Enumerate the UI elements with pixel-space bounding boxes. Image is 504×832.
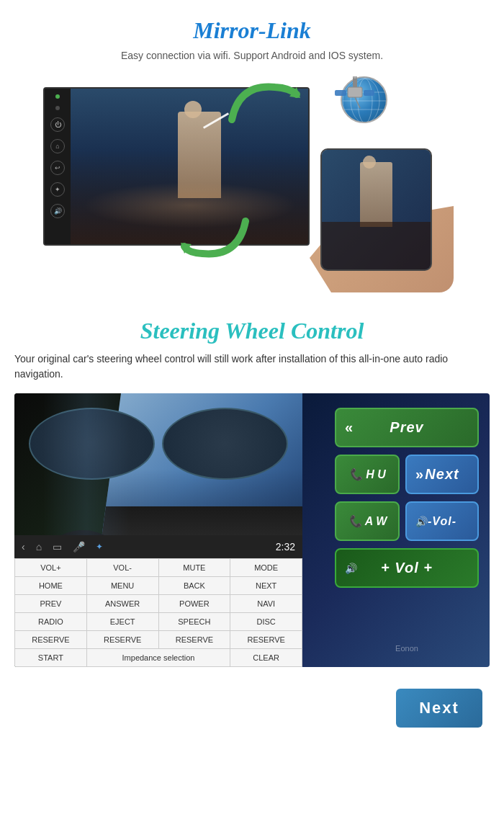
aw-vol-row: 📞 A W 🔊 -Vol- [335,501,479,541]
car-screen-sidebar: ⏻ ⌂ ↩ ✦ 🔊 [45,89,71,244]
table-row: HOME MENU BACK NEXT [15,577,302,595]
vol-minus-button[interactable]: 🔊 -Vol- [405,501,479,541]
table-cell: RESERVE [230,631,302,649]
mirror-link-visual: ⏻ ⌂ ↩ ✦ 🔊 [43,73,461,296]
aw-label: A W [365,515,387,528]
table-cell: DISC [230,613,302,631]
mirror-link-title: Mirror-Link [14,17,490,44]
mirror-link-subtitle: Easy connection via wifi. Support Androi… [14,50,490,61]
table-cell: RADIO [15,613,87,631]
brand-logo: Eonon [335,644,479,653]
steering-subtitle: Your original car's steering wheel contr… [14,352,490,382]
phone-screen [322,150,431,269]
table-row: RADIO EJECT SPEECH DISC [15,613,302,631]
next-button[interactable]: » Next [405,455,479,494]
table-cell: ANSWER [86,595,158,613]
gauge-rpm [162,408,288,480]
vol-minus-label: -Vol- [428,515,456,528]
vol-plus-label: + Vol + [381,560,433,576]
prev-label: Prev [390,419,423,436]
vol-plus-icon: 🔊 [345,563,357,574]
time-display: 2:32 [276,541,295,553]
mirror-link-section: Mirror-Link Easy connection via wifi. Su… [0,0,504,303]
ctrl-top-bar: ‹ ⌂ ▭ 🎤 ✦ 2:32 [14,535,302,558]
steering-title: Steering Wheel Control [14,318,490,344]
next-label: Next [425,466,459,483]
mic-dot [55,94,60,99]
control-table-area: ‹ ⌂ ▭ 🎤 ✦ 2:32 VOL+ VOL- MUTE MODE [14,535,302,667]
svg-rect-9 [335,90,346,96]
next-page-label: Next [419,699,459,717]
table-cell-wide: Impedance selection [86,649,230,667]
power-btn: ⏻ [50,117,65,132]
mic-nav-icon: 🎤 [73,541,85,553]
table-cell: VOL+ [15,559,87,577]
next-page-button[interactable]: Next [396,689,482,728]
tab-nav-icon: ▭ [53,541,62,553]
table-cell: CLEAR [230,649,302,667]
steering-section: Steering Wheel Control Your original car… [0,303,504,674]
table-cell: POWER [158,595,230,613]
bt-icon: ✦ [96,542,103,552]
arrow-down-icon [181,207,260,267]
table-cell: NEXT [230,577,302,595]
vol-minus-icon: 🔊 [415,516,428,527]
table-cell: VOL- [86,559,158,577]
vol-btn: 🔊 [50,204,65,218]
table-cell: MODE [230,559,302,577]
table-cell: MUTE [158,559,230,577]
add-btn: ✦ [50,182,65,197]
table-row: VOL+ VOL- MUTE MODE [15,559,302,577]
prev-chevrons-icon: « [345,419,353,436]
car-interior: ‹ ⌂ ▭ 🎤 ✦ 2:32 VOL+ VOL- MUTE MODE [14,393,302,667]
table-cell: RESERVE [86,631,158,649]
next-chevrons-icon: » [415,466,423,483]
control-table: VOL+ VOL- MUTE MODE HOME MENU BACK NEXT … [14,558,302,667]
home-nav-icon: ⌂ [36,541,42,553]
aw-button[interactable]: 📞 A W [335,501,400,541]
back-nav-icon: ‹ [22,541,25,553]
table-cell: RESERVE [158,631,230,649]
back-btn: ↩ [50,161,65,175]
vol-plus-button[interactable]: 🔊 + Vol + [335,548,479,588]
table-cell: MENU [86,577,158,595]
table-cell: EJECT [86,613,158,631]
res-dot [55,106,60,110]
satellite-icon [335,76,374,112]
steering-visual: ‹ ⌂ ▭ 🎤 ✦ 2:32 VOL+ VOL- MUTE MODE [14,393,490,667]
svg-line-13 [355,97,360,108]
table-row: RESERVE RESERVE RESERVE RESERVE [15,631,302,649]
table-row: START Impedance selection CLEAR [15,649,302,667]
home-btn: ⌂ [50,139,65,153]
next-button-area: Next [0,674,504,749]
gauge-speed [29,408,155,480]
phone-icon2: 📞 [348,514,362,528]
table-row: PREV ANSWER POWER NAVI [15,595,302,613]
table-cell: NAVI [230,595,302,613]
arrow-up-icon [217,76,304,137]
table-cell: PREV [15,595,87,613]
hu-label: H U [366,468,386,481]
svg-rect-10 [364,90,374,96]
table-cell: START [15,649,87,667]
hu-button[interactable]: 📞 H U [335,455,400,494]
table-cell: HOME [15,577,87,595]
phone-icon: 📞 [348,468,363,481]
phone-body [320,148,432,271]
control-panel: « Prev 📞 H U » Next 📞 A W [302,393,490,667]
table-cell: RESERVE [15,631,87,649]
hu-next-row: 📞 H U » Next [335,455,479,494]
phone-holder [302,148,454,292]
svg-rect-8 [348,87,362,97]
table-cell: SPEECH [158,613,230,631]
dashboard-gauges [29,408,288,480]
prev-button[interactable]: « Prev [335,408,479,447]
table-cell: BACK [158,577,230,595]
